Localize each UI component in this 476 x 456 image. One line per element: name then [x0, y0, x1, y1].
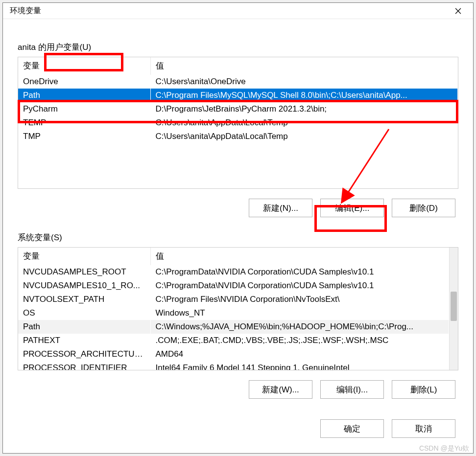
table-row[interactable]: OneDriveC:\Users\anita\OneDrive [18, 75, 458, 89]
close-icon[interactable] [447, 3, 469, 19]
watermark: CSDN @是Yu欸 [419, 444, 469, 453]
titlebar: 环境变量 [3, 3, 473, 19]
table-row[interactable]: PathC:\Windows;%JAVA_HOME%\bin;%HADOOP_H… [18, 320, 449, 334]
table-row[interactable]: TEMPC:\Users\anita\AppData\Local\Temp [18, 116, 458, 130]
table-row[interactable]: PathC:\Program Files\MySQL\MySQL Shell 8… [18, 89, 458, 102]
delete-sys-var-button[interactable]: 删除(L) [392, 380, 455, 399]
column-header-value[interactable]: 值 [150, 248, 449, 265]
system-variables-table[interactable]: 变量 值 NVCUDASAMPLES_ROOTC:\ProgramData\NV… [18, 247, 458, 370]
table-row[interactable]: TMPC:\Users\anita\AppData\Local\Temp [18, 130, 458, 143]
scrollbar[interactable] [449, 248, 458, 370]
user-variables-table[interactable]: 变量 值 OneDriveC:\Users\anita\OneDrive Pat… [18, 57, 458, 189]
edit-sys-var-button[interactable]: 编辑(I)... [320, 380, 384, 399]
table-row[interactable]: PROCESSOR_IDENTIFIERIntel64 Family 6 Mod… [18, 361, 449, 370]
ok-button[interactable]: 确定 [320, 419, 384, 438]
table-row[interactable]: NVCUDASAMPLES10_1_RO...C:\ProgramData\NV… [18, 279, 449, 293]
new-sys-var-button[interactable]: 新建(W)... [249, 380, 312, 399]
environment-variables-dialog: 环境变量 anita 的用户变量(U) 变量 值 [2, 2, 474, 454]
edit-user-var-button[interactable]: 编辑(E)... [320, 199, 384, 217]
table-row[interactable]: OSWindows_NT [18, 306, 449, 320]
column-header-variable[interactable]: 变量 [18, 57, 150, 75]
table-row[interactable]: NVCUDASAMPLES_ROOTC:\ProgramData\NVIDIA … [18, 265, 449, 279]
delete-user-var-button[interactable]: 删除(D) [392, 199, 455, 217]
new-user-var-button[interactable]: 新建(N)... [249, 199, 312, 217]
table-row[interactable]: PROCESSOR_ARCHITECTUREAMD64 [18, 347, 449, 361]
system-variables-label: 系统变量(S) [18, 232, 458, 243]
table-row[interactable]: PATHEXT.COM;.EXE;.BAT;.CMD;.VBS;.VBE;.JS… [18, 334, 449, 347]
cancel-button[interactable]: 取消 [392, 419, 455, 438]
dialog-title: 环境变量 [10, 6, 41, 16]
table-row[interactable]: NVTOOLSEXT_PATHC:\Program Files\NVIDIA C… [18, 293, 449, 306]
user-variables-label: anita 的用户变量(U) [18, 42, 458, 53]
column-header-value[interactable]: 值 [150, 57, 458, 75]
table-row[interactable]: PyCharmD:\Programs\JetBrains\PyCharm 202… [18, 102, 458, 116]
scrollbar-thumb[interactable] [451, 292, 457, 321]
column-header-variable[interactable]: 变量 [18, 248, 150, 265]
